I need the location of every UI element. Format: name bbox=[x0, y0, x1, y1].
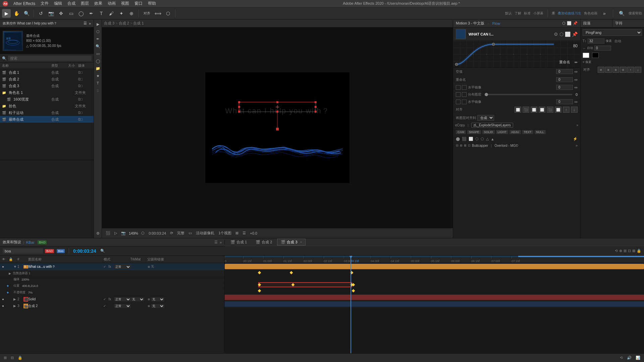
transform-handle-tl[interactable] bbox=[238, 101, 240, 103]
tool-circle[interactable]: ◯ bbox=[95, 58, 101, 64]
tool-text2[interactable]: T bbox=[95, 80, 101, 86]
explode-layers-label[interactable]: zL_ExplodeShapeLayers bbox=[471, 123, 513, 128]
layer1-visibility[interactable]: ● bbox=[2, 265, 9, 268]
effect-copy4-icon[interactable]: ⊡ bbox=[468, 144, 471, 147]
align-top-btn[interactable]: ⬜ bbox=[539, 107, 545, 113]
workspace-library[interactable]: 库 bbox=[552, 11, 555, 16]
effect-btn-7[interactable]: ▲ bbox=[491, 137, 494, 141]
anchor-point[interactable] bbox=[275, 105, 279, 109]
layer2-flag1[interactable]: ✓ bbox=[103, 297, 109, 301]
opacity-key-icon[interactable]: ◆ bbox=[7, 291, 9, 294]
plugin-null[interactable]: NULL bbox=[535, 130, 546, 134]
tool-select[interactable]: ⬡ bbox=[95, 28, 101, 35]
expand-workspaces[interactable]: » bbox=[600, 9, 609, 18]
layer-icon-expand[interactable]: ⬡ bbox=[559, 32, 564, 37]
playhead[interactable] bbox=[351, 256, 351, 353]
keyframe-opacity-1[interactable] bbox=[258, 289, 261, 293]
viewer-views-btn[interactable]: 1个视图 bbox=[217, 231, 232, 236]
tool-folder[interactable]: 📁 bbox=[95, 65, 101, 72]
list-item[interactable]: 🎬 粒子运动 合成 0□ bbox=[0, 109, 94, 116]
menu-file[interactable]: 文件 bbox=[41, 1, 49, 6]
text-align-justify-btn[interactable]: ≡ bbox=[620, 67, 627, 73]
align-down-btn[interactable]: ↓ bbox=[571, 107, 578, 113]
menu-effect[interactable]: 效果 bbox=[94, 1, 102, 6]
tl-audio-btn[interactable]: 🔊 bbox=[626, 356, 633, 360]
tl-lock-btn[interactable]: 🔒 bbox=[17, 356, 23, 360]
effect-name-2[interactable]: Overlord - MG© bbox=[494, 144, 518, 147]
transform-handle-rm[interactable] bbox=[315, 106, 317, 108]
hmirror2-toggle[interactable] bbox=[462, 100, 467, 104]
slider-checkbox[interactable] bbox=[456, 92, 461, 97]
viewer-channels-btn[interactable]: ☰ bbox=[241, 231, 247, 235]
tl-ctrl-2[interactable]: ⊕ bbox=[619, 249, 622, 253]
viewer-toggle-btn[interactable]: +0.0 bbox=[249, 231, 258, 235]
stroke-color-swatch[interactable] bbox=[592, 53, 599, 58]
layer3-expand[interactable]: ▶ bbox=[13, 304, 17, 308]
menu-edit[interactable]: 编辑 bbox=[54, 1, 62, 6]
effect-btn-5[interactable]: ⬠ bbox=[481, 137, 484, 141]
mirror2-icon[interactable]: ⇔ bbox=[574, 77, 578, 82]
text-align-right-btn[interactable]: ≡ bbox=[612, 67, 619, 73]
plugin-solid[interactable]: SOLID bbox=[482, 130, 495, 134]
timeline-expand-btn[interactable]: » bbox=[220, 240, 222, 244]
keyframe-opacity-2[interactable] bbox=[352, 289, 355, 293]
mirror-icon[interactable]: ⇔ bbox=[574, 69, 578, 74]
tl-ctrl-5[interactable]: ⊠ bbox=[632, 249, 635, 253]
select-tool[interactable]: ▶ bbox=[2, 9, 11, 18]
hmirror-toggle[interactable] bbox=[462, 85, 467, 90]
hmirror-input[interactable] bbox=[556, 85, 573, 90]
viewer-grid-btn[interactable]: ⊞ bbox=[234, 231, 239, 235]
list-item[interactable]: 📁 角色名 1 文件夹 bbox=[0, 89, 94, 96]
align-bottom-btn[interactable]: ⬜ bbox=[555, 107, 561, 113]
viewer-zoom-level[interactable]: 149% bbox=[129, 231, 138, 235]
tl-ctrl-3[interactable]: ⊞ bbox=[624, 249, 627, 253]
text-align-left-btn[interactable]: ≡ bbox=[598, 67, 604, 73]
layer-icon-settings[interactable]: ⚙ bbox=[554, 32, 558, 37]
pin-icon[interactable]: 📌 bbox=[573, 21, 578, 25]
layer-row-3[interactable]: ● ▶ 3 🎬 合成 2 ✓ 正常 ⊗ 无 bbox=[0, 303, 224, 309]
effect-btn-6[interactable]: △ bbox=[486, 137, 489, 141]
keyframe-pos-1[interactable] bbox=[258, 283, 261, 287]
track-ruler[interactable]: 0 00:15f 01:00f 01:15f 02:00f 02:15f 03:… bbox=[225, 256, 644, 263]
hmirror2-input[interactable] bbox=[556, 99, 573, 104]
align-up-btn[interactable]: ↑ bbox=[563, 107, 570, 113]
timeline-tab-comp2[interactable]: 🎬 合成 2 bbox=[252, 239, 276, 246]
project-expand-btn[interactable]: » bbox=[89, 21, 91, 25]
rotate-tool[interactable]: ↺ bbox=[37, 9, 45, 18]
list-item[interactable]: 📁 拾色 文件夹 bbox=[0, 103, 94, 109]
track-row-1[interactable] bbox=[225, 263, 644, 270]
shape-rect[interactable]: ▭ bbox=[67, 9, 75, 18]
keyframe-2[interactable] bbox=[290, 271, 293, 275]
keyframe-pos-2[interactable] bbox=[291, 283, 295, 287]
font-name-select[interactable]: PingFang bbox=[583, 29, 642, 36]
plugin-cam[interactable]: CAM bbox=[456, 130, 466, 134]
effect-btn-8[interactable]: ⚡ bbox=[573, 137, 578, 141]
text-tool[interactable]: T bbox=[97, 9, 106, 18]
brush-tool[interactable]: 🖌 bbox=[107, 9, 116, 18]
layer3-flag1[interactable]: ✓ bbox=[103, 304, 109, 308]
viewer-region-btn[interactable]: ▭ bbox=[187, 231, 193, 235]
menu-animation[interactable]: 动画 bbox=[108, 1, 116, 6]
align-left-btn[interactable]: ⬜ bbox=[515, 107, 521, 113]
effect-btn-3[interactable]: ⬜ bbox=[469, 137, 473, 141]
expand-arrow[interactable]: » bbox=[576, 123, 578, 127]
preview-thumbnail[interactable]: 波形 bbox=[3, 31, 23, 51]
motion-flow-label[interactable]: Flow bbox=[492, 21, 500, 25]
tool-zoom2[interactable]: 🔍 bbox=[95, 43, 101, 50]
layer1-flag2[interactable]: fx bbox=[109, 265, 114, 268]
tool-arrow[interactable]: ▶ bbox=[95, 21, 101, 27]
viewer-frame-btn[interactable]: 📷 bbox=[120, 231, 127, 235]
transform-handle-tm[interactable] bbox=[276, 101, 278, 103]
plugin-text[interactable]: TEXT bbox=[522, 130, 533, 134]
puppet-tool[interactable]: ⊕ bbox=[127, 9, 136, 18]
clone-tool[interactable]: ✦ bbox=[117, 9, 126, 18]
workspace-character[interactable]: 角色动画 bbox=[584, 11, 597, 16]
rename-btn[interactable]: 重命名 bbox=[559, 60, 570, 65]
align-center-btn[interactable]: ⬛ bbox=[523, 107, 529, 113]
timecode-search-icon[interactable]: 🔍 bbox=[100, 249, 105, 253]
space-input[interactable] bbox=[556, 69, 573, 74]
composition-canvas[interactable]: What can I help you with？ bbox=[205, 72, 350, 183]
layer3-visibility[interactable]: ● bbox=[2, 304, 9, 308]
anchor-bottom[interactable] bbox=[276, 128, 279, 130]
project-search-input[interactable] bbox=[8, 56, 92, 61]
